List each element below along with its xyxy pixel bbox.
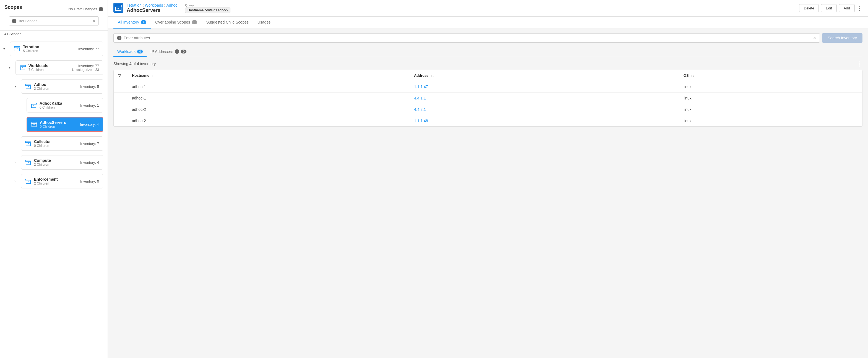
cube-icon <box>31 102 37 108</box>
scope-children: 2 Children <box>34 182 78 185</box>
table-more-icon[interactable]: ⋮ <box>857 60 863 67</box>
scope-name: AdhocServers <box>40 120 77 125</box>
add-button[interactable]: Add <box>839 4 855 12</box>
address-link[interactable]: 1.1.1.48 <box>414 118 428 123</box>
chevron-down-icon[interactable]: ▾ <box>14 84 20 88</box>
search-info-icon: i <box>117 36 121 40</box>
filter-icon[interactable]: ▽ <box>118 74 121 78</box>
os-col-header[interactable]: OS ↑↓ <box>679 70 862 81</box>
scope-inventory: Inventory: 5 <box>80 84 99 89</box>
query-box: Query Hostname contains adhoc- <box>185 4 230 13</box>
scope-name: Enforcement <box>34 177 78 182</box>
row-filter-cell <box>114 81 127 92</box>
search-bar: i ✕ Search Inventory <box>114 33 863 43</box>
address-link[interactable]: 4.4.1.1 <box>414 96 426 100</box>
tab-all-inventory[interactable]: All Inventory 4 <box>114 17 151 29</box>
tabs-bar: All Inventory 4 Overlapping Scopes 0 Sug… <box>108 17 868 29</box>
cube-icon <box>25 178 31 184</box>
scope-info: Tetration 5 Children <box>23 45 75 53</box>
os-sort-icon[interactable]: ↑↓ <box>691 74 694 78</box>
showing-count: 4 <box>129 61 132 66</box>
scope-children: 7 Children <box>29 68 69 72</box>
sidebar: Scopes No Draft Changes i i ✕ 41 Scopes … <box>0 0 108 358</box>
svg-rect-4 <box>26 84 31 86</box>
list-item[interactable]: › Compute 2 Children Inventory: 4 <box>11 153 107 172</box>
hostname-label: Hostname <box>132 74 149 78</box>
scope-card-enforcement[interactable]: Enforcement 2 Children Inventory: 0 <box>21 174 103 188</box>
scope-card-compute[interactable]: Compute 2 Children Inventory: 4 <box>21 155 103 170</box>
chevron-right-icon[interactable]: › <box>14 179 20 183</box>
list-item[interactable]: › Enforcement 2 Children Inventory: 0 <box>11 172 107 191</box>
sidebar-header: Scopes No Draft Changes i i ✕ <box>0 0 107 31</box>
delete-button[interactable]: Delete <box>799 4 819 12</box>
sub-tab-workloads-label: Workloads <box>117 49 135 54</box>
filter-scopes-input[interactable] <box>16 19 92 23</box>
hostname-col-header[interactable]: Hostname ↑ <box>127 70 410 81</box>
scope-name: Tetration <box>23 45 75 49</box>
scope-info: Compute 2 Children <box>34 158 78 167</box>
row-address: 4.4.2.1 <box>410 104 679 115</box>
search-inventory-button[interactable]: Search Inventory <box>822 33 863 43</box>
address-link[interactable]: 4.4.2.1 <box>414 107 426 112</box>
scope-card-collector[interactable]: Collector 0 Children Inventory: 7 <box>21 136 103 151</box>
list-item[interactable]: ▾ Collector 0 Children Inventory: 7 <box>11 134 107 153</box>
tab-overlapping-scopes[interactable]: Overlapping Scopes 0 <box>151 17 202 29</box>
sub-tab-workloads[interactable]: Workloads 4 <box>114 47 147 57</box>
scope-card-adhocservers[interactable]: AdhocServers 0 Children Inventory: 4 <box>27 117 103 132</box>
list-item[interactable]: ▾ Tetration 5 Children Inventory: 77 <box>0 39 107 58</box>
breadcrumb-workloads[interactable]: Workloads <box>145 3 163 7</box>
scope-inventory: Inventory: 4 <box>80 122 99 127</box>
row-hostname: adhoc-1 <box>127 81 410 92</box>
search-clear-icon[interactable]: ✕ <box>813 36 816 40</box>
chevron-down-icon[interactable]: ▾ <box>3 47 9 51</box>
search-input-wrap[interactable]: i ✕ <box>114 33 820 43</box>
hostname-sort-icon[interactable]: ↑ <box>151 74 153 78</box>
chevron-down-icon[interactable]: ▾ <box>9 66 14 70</box>
chevron-right-icon[interactable]: › <box>14 160 20 164</box>
scope-card-tetration[interactable]: Tetration 5 Children Inventory: 77 <box>10 42 103 56</box>
scope-card-workloads[interactable]: Workloads 7 Children Inventory: 77 Uncat… <box>16 60 103 75</box>
scope-main-title: AdhocServers <box>127 7 177 13</box>
tab-usages[interactable]: Usages <box>253 17 275 29</box>
draft-notice: No Draft Changes i <box>68 7 103 11</box>
tab-suggested-child-scopes[interactable]: Suggested Child Scopes <box>202 17 253 29</box>
tab-overlapping-scopes-badge: 0 <box>192 20 197 24</box>
more-options-icon[interactable]: ⋮ <box>857 5 863 11</box>
svg-rect-0 <box>14 47 20 48</box>
tab-suggested-child-scopes-label: Suggested Child Scopes <box>206 20 248 24</box>
scope-card-adhockafka[interactable]: AdhocKafka 0 Children Inventory: 1 <box>27 98 103 112</box>
list-item[interactable]: ▾ Adhoc 2 Children Inventory: 5 <box>11 77 107 96</box>
filter-box[interactable]: i ✕ <box>9 16 99 26</box>
scope-info: Collector 0 Children <box>34 139 78 148</box>
sidebar-title: Scopes <box>4 4 22 10</box>
cube-icon <box>31 121 37 128</box>
scope-info: AdhocServers 0 Children <box>40 120 77 129</box>
cube-icon <box>25 159 31 165</box>
address-link[interactable]: 1.1.1.47 <box>414 84 428 89</box>
list-item[interactable]: ▾ AdhocServers 0 Children Inventory: 4 <box>17 115 107 134</box>
clear-filter-icon[interactable]: ✕ <box>92 18 96 24</box>
table-row: adhoc-2 4.4.2.1 linux <box>114 104 862 115</box>
breadcrumb: Tetration : Workloads : Adhoc <box>127 3 177 7</box>
draft-info-icon: i <box>99 7 103 11</box>
row-os: linux <box>679 104 862 115</box>
query-pill: Hostname contains adhoc- <box>185 7 230 13</box>
edit-button[interactable]: Edit <box>821 4 836 12</box>
svg-rect-10 <box>26 141 31 143</box>
scope-inventory: Inventory: 1 <box>80 103 99 108</box>
breadcrumb-adhoc[interactable]: Adhoc <box>166 3 177 7</box>
breadcrumb-tetration[interactable]: Tetration <box>127 3 142 7</box>
scope-inventory: Inventory: 4 <box>80 160 99 165</box>
address-sort-icon[interactable]: ↑↓ <box>430 74 434 78</box>
filter-col-header: ▽ <box>114 70 127 81</box>
scope-children: 0 Children <box>39 106 78 109</box>
list-item[interactable]: ▾ Workloads 7 Children Inventory: 77 Unc… <box>5 58 107 77</box>
scope-card-adhoc[interactable]: Adhoc 2 Children Inventory: 5 <box>21 79 103 94</box>
address-col-header[interactable]: Address ↑↓ <box>410 70 679 81</box>
scope-children: 2 Children <box>34 163 78 167</box>
list-item[interactable]: ▾ AdhocKafka 0 Children Inventory: 1 <box>17 96 107 115</box>
search-input[interactable] <box>124 36 811 40</box>
showing-text: Showing 4 of 4 inventory ⋮ <box>114 60 863 67</box>
row-filter-cell <box>114 92 127 104</box>
sub-tab-ip-addresses[interactable]: IP Addresses i 0 <box>147 47 190 57</box>
